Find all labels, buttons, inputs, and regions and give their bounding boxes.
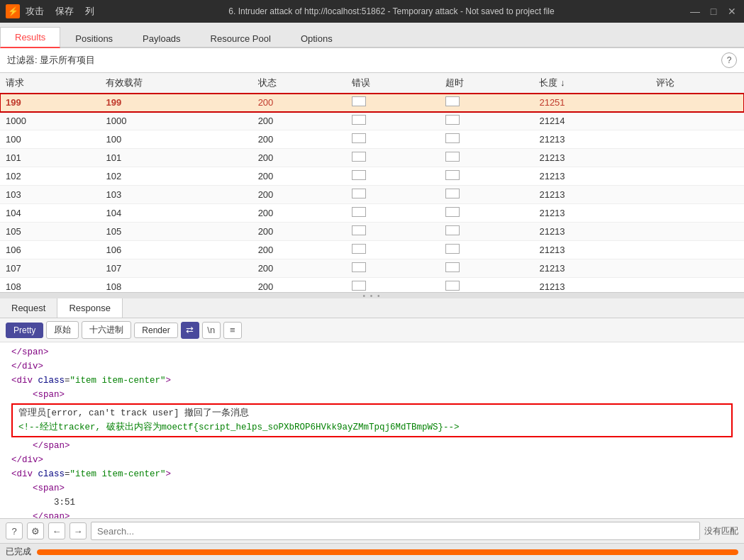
checkbox-icon <box>445 244 460 254</box>
checkbox-icon <box>445 207 460 217</box>
table-row[interactable]: 10010020021213 <box>0 130 744 149</box>
titlebar-menu: 攻击 保存 列 <box>26 5 94 18</box>
table-body: 1991992002125110001000200212141001002002… <box>0 94 744 293</box>
table-header-row: 请求 有效载荷 状态 错误 超时 长度 ↓ 评论 <box>0 73 744 94</box>
help-icon-btn[interactable]: ? <box>6 522 23 539</box>
checkbox-icon <box>352 115 366 125</box>
window-title: 6. Intruder attack of http://localhost:5… <box>100 6 683 16</box>
menu-attack[interactable]: 攻击 <box>26 5 44 18</box>
req-res-tabs: Request Response <box>0 298 744 318</box>
table-row[interactable]: 10410420021213 <box>0 204 744 223</box>
col-status: 状态 <box>252 73 346 94</box>
table-row[interactable]: 10510520021213 <box>0 223 744 241</box>
code-line-12: </span> <box>0 510 744 518</box>
col-request: 请求 <box>0 73 100 94</box>
code-line-6: <!--经过tracker, 破获出内容为moectf{script_helps… <box>16 420 728 435</box>
tab-request[interactable]: Request <box>0 298 57 318</box>
search-input[interactable] <box>91 522 700 540</box>
checkbox-icon <box>445 225 460 235</box>
checkbox-icon <box>445 262 460 272</box>
table-row[interactable]: 19919920021251 <box>0 94 744 112</box>
code-block-highlight: 管理员[error, can't track user] 撤回了一条消息 <!-… <box>0 403 744 437</box>
resize-handle[interactable]: • • • <box>0 293 744 298</box>
col-length: 长度 ↓ <box>533 73 650 94</box>
bottom-search-bar: ? ⚙ ← → 没有匹配 <box>0 518 744 543</box>
progress-bar-fill <box>37 549 738 555</box>
status-bar: 已完成 <box>0 543 744 560</box>
checkbox-icon <box>445 281 460 291</box>
tab-options[interactable]: Options <box>286 28 348 48</box>
col-error: 错误 <box>346 73 440 94</box>
maximize-button[interactable]: □ <box>707 5 720 18</box>
code-line-10: <span> <box>0 481 744 495</box>
checkbox-icon <box>352 96 366 106</box>
code-line-8: </div> <box>0 453 744 467</box>
code-line-11: 3:51 <box>0 495 744 510</box>
settings-icon-btn[interactable]: ⚙ <box>27 522 44 539</box>
code-area: </span> </div> <div class="item item-cen… <box>0 342 744 518</box>
progress-bar <box>37 549 738 555</box>
code-line-9: <div class="item item-center"> <box>0 467 744 481</box>
tab-resource-pool[interactable]: Resource Pool <box>196 28 286 48</box>
checkbox-icon <box>352 244 366 254</box>
checkbox-icon <box>352 225 366 235</box>
results-table: 请求 有效载荷 状态 错误 超时 长度 ↓ 评论 199199200212511… <box>0 73 744 293</box>
highlight-region: 管理员[error, can't track user] 撤回了一条消息 <!-… <box>11 403 733 437</box>
checkbox-icon <box>352 189 366 198</box>
wrap-icon[interactable]: ⇄ <box>181 322 199 339</box>
checkbox-icon <box>445 115 460 125</box>
results-table-container: 请求 有效载荷 状态 错误 超时 长度 ↓ 评论 199199200212511… <box>0 73 744 293</box>
raw-button[interactable]: 原始 <box>46 321 79 339</box>
back-icon-btn[interactable]: ← <box>48 522 65 539</box>
close-button[interactable]: ✕ <box>726 5 738 18</box>
menu-save[interactable]: 保存 <box>55 5 74 18</box>
code-line-2: </div> <box>0 359 744 374</box>
table-row[interactable]: 10310320021213 <box>0 186 744 204</box>
code-line-7: </span> <box>0 439 744 453</box>
code-line-4: <span> <box>0 388 744 402</box>
pretty-button[interactable]: Pretty <box>6 323 43 338</box>
code-line-1: </span> <box>0 345 744 359</box>
menu-list[interactable]: 列 <box>85 5 94 18</box>
checkbox-icon <box>445 170 460 180</box>
table-row[interactable]: 10110120021213 <box>0 149 744 167</box>
code-line-5: 管理员[error, can't track user] 撤回了一条消息 <box>16 406 728 420</box>
filter-bar: 过滤器: 显示所有项目 ? <box>0 48 744 73</box>
tab-results[interactable]: Results <box>0 27 60 48</box>
checkbox-icon <box>352 133 366 143</box>
checkbox-icon <box>352 281 366 291</box>
checkbox-icon <box>445 133 460 143</box>
checkbox-icon <box>352 262 366 272</box>
tab-response[interactable]: Response <box>57 298 123 318</box>
window-controls: — □ ✕ <box>689 5 738 18</box>
main-tabs: Results Positions Payloads Resource Pool… <box>0 23 744 48</box>
newline-icon[interactable]: \n <box>202 322 221 339</box>
code-line-3: <div class="item item-center"> <box>0 374 744 388</box>
minimize-button[interactable]: — <box>689 5 701 18</box>
checkbox-icon <box>445 152 460 162</box>
col-comment: 评论 <box>650 73 744 94</box>
table-row[interactable]: 1000100020021214 <box>0 112 744 130</box>
hex-button[interactable]: 十六进制 <box>82 321 131 339</box>
pretty-bar: Pretty 原始 十六进制 Render ⇄ \n ≡ <box>0 318 744 342</box>
col-timeout: 超时 <box>440 73 533 94</box>
checkbox-icon <box>352 207 366 217</box>
titlebar: ⚡ 攻击 保存 列 6. Intruder attack of http://l… <box>0 0 744 23</box>
status-text: 已完成 <box>6 546 31 558</box>
table-row[interactable]: 10810820021213 <box>0 278 744 293</box>
tab-positions[interactable]: Positions <box>60 28 128 48</box>
tab-payloads[interactable]: Payloads <box>128 28 195 48</box>
table-row[interactable]: 10710720021213 <box>0 259 744 278</box>
filter-help-button[interactable]: ? <box>721 52 737 68</box>
col-payload: 有效载荷 <box>100 73 252 94</box>
no-match-label: 没有匹配 <box>704 525 738 537</box>
table-row[interactable]: 10210220021213 <box>0 167 744 186</box>
render-button[interactable]: Render <box>134 323 177 338</box>
filter-label: 过滤器: 显示所有项目 <box>7 54 95 67</box>
checkbox-icon <box>352 170 366 180</box>
checkbox-icon <box>445 96 460 106</box>
format-icon[interactable]: ≡ <box>223 322 242 339</box>
checkbox-icon <box>352 152 366 162</box>
table-row[interactable]: 10610620021213 <box>0 241 744 259</box>
forward-icon-btn[interactable]: → <box>70 522 87 539</box>
